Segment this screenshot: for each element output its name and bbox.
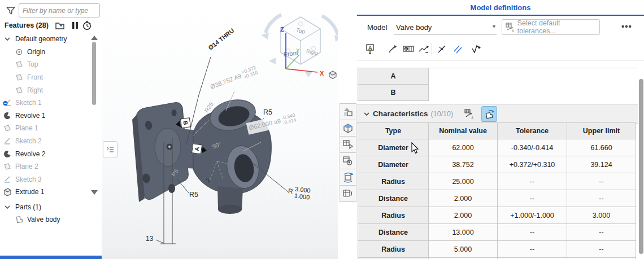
bent-leader-icon bbox=[417, 43, 430, 55]
tree-scrollbar-thumb[interactable] bbox=[92, 42, 96, 105]
scroll-up-icon[interactable] bbox=[90, 35, 98, 41]
plane-icon bbox=[3, 162, 12, 171]
characteristics-table: Type Nominal value Tolerance Upper limit… bbox=[358, 122, 636, 259]
dim-radius3-label[interactable]: R3.0001.000 bbox=[288, 185, 311, 201]
table-row[interactable]: Diameter 38.752 +0.372/+0.310 39.124 bbox=[358, 156, 636, 173]
tree-item-right-plane[interactable]: Right bbox=[0, 84, 92, 96]
table-row[interactable]: Radius 2.000 +1.000/-1.000 3.000 bbox=[358, 207, 636, 224]
chevron-down-icon[interactable] bbox=[363, 110, 371, 118]
more-options-button[interactable]: ••• bbox=[621, 21, 632, 31]
table-row[interactable]: Diameter 62.000 -0.340/-0.414 61.660 bbox=[358, 139, 636, 156]
annotation-toolbar: A bbox=[357, 38, 644, 60]
dim-radius5-bottom-label[interactable]: R5 bbox=[189, 191, 198, 199]
tree-item-extrude1[interactable]: Extrude 1 bbox=[0, 186, 92, 199]
pause-rollback-icon[interactable] bbox=[70, 20, 80, 30]
tree-section-parts[interactable]: Parts (1) bbox=[0, 201, 99, 214]
dim-distance13-label[interactable]: 13 bbox=[146, 235, 153, 243]
tree-item-revolve2[interactable]: Revolve 2 bbox=[0, 147, 92, 160]
model-dropdown[interactable]: Valve body ▾ bbox=[394, 20, 497, 34]
table-row[interactable]: Distance 2.000 -- -- bbox=[358, 190, 636, 207]
add-folder-icon[interactable] bbox=[55, 20, 65, 30]
bent-leader-button[interactable] bbox=[416, 42, 431, 56]
tree-item-top-plane[interactable]: Top bbox=[0, 58, 92, 71]
view-options-button[interactable]: ▾ bbox=[328, 69, 338, 81]
plane-icon bbox=[15, 73, 24, 82]
display-states-button[interactable] bbox=[340, 103, 356, 120]
table-row[interactable]: Radius 5.000 -- -- bbox=[358, 241, 636, 258]
col-header-tolerance: Tolerance bbox=[498, 123, 567, 139]
model-table-icon bbox=[342, 139, 354, 150]
intersection-tool-button[interactable] bbox=[435, 42, 450, 56]
tree-item-plane1[interactable]: Plane 1 bbox=[0, 122, 92, 135]
tree-item-revolve1[interactable]: Revolve 1 bbox=[0, 109, 92, 122]
tree-item-origin[interactable]: Origin bbox=[0, 46, 92, 59]
shortcut-toolbars-button[interactable] bbox=[340, 185, 356, 202]
chevron-down-icon bbox=[3, 34, 12, 43]
tree-item-sketch3[interactable]: Sketch 3 bbox=[0, 173, 92, 186]
section-views-icon bbox=[342, 155, 354, 166]
parallel-lines-icon bbox=[452, 43, 463, 55]
surface-finish-button[interactable] bbox=[469, 42, 484, 56]
dim-radius5-top-label[interactable]: R5 bbox=[263, 108, 272, 116]
svg-text:A: A bbox=[368, 45, 372, 51]
rotate-down-arrow-icon bbox=[305, 72, 312, 77]
show-on-model-button[interactable] bbox=[481, 106, 497, 122]
tree-item-plane2[interactable]: Plane 2 bbox=[0, 160, 92, 173]
extrude-icon bbox=[3, 187, 12, 196]
callout-tool-button[interactable] bbox=[385, 42, 400, 56]
tab-model-definitions[interactable]: Model definitions bbox=[357, 0, 644, 16]
geometric-tolerance-button[interactable] bbox=[401, 42, 416, 56]
model-table-button[interactable] bbox=[340, 136, 356, 153]
plane-icon bbox=[15, 60, 24, 69]
named-views-button[interactable] bbox=[340, 120, 356, 137]
valve-body-model[interactable] bbox=[132, 95, 271, 214]
datum-tool-button[interactable]: A bbox=[363, 42, 377, 56]
graphics-viewport[interactable]: Top Front Right Z X Y Ø14 THRU Ø38.752 A… bbox=[102, 0, 338, 259]
sync-view-button[interactable] bbox=[340, 169, 356, 186]
section-views-button[interactable] bbox=[340, 152, 356, 169]
timer-icon[interactable] bbox=[82, 20, 92, 30]
list-icon bbox=[106, 145, 115, 154]
tree-item-sketch2[interactable]: Sketch 2 bbox=[0, 135, 92, 148]
add-dimension-table-button[interactable]: ± bbox=[462, 107, 477, 121]
view-cube[interactable]: Top Front Right bbox=[261, 15, 338, 77]
named-views-icon bbox=[342, 122, 354, 134]
table-row[interactable]: Radius 25.000 -- -- bbox=[358, 173, 636, 190]
model-label: Model bbox=[367, 23, 387, 32]
datum-a-flag[interactable]: A bbox=[192, 143, 208, 155]
scroll-down-icon[interactable] bbox=[90, 190, 98, 195]
dimension-table-icon: ± bbox=[464, 108, 475, 120]
default-tolerances-field[interactable]: ± Select default tolerances... bbox=[502, 19, 600, 35]
filter-input[interactable] bbox=[19, 3, 100, 17]
tolerance-table-icon: ± bbox=[505, 22, 515, 32]
feature-tree: Default geometry Origin Top Front bbox=[0, 33, 92, 199]
shortcut-toolbars-icon bbox=[342, 188, 354, 199]
model-definitions-panel: Model definitions Model Valve body ▾ ± S… bbox=[357, 0, 644, 259]
surface-finish-icon bbox=[470, 43, 482, 55]
rotate-left-arrow-icon bbox=[269, 58, 276, 64]
toolbar-separator bbox=[432, 43, 432, 55]
datum-row-b[interactable]: B bbox=[358, 84, 429, 101]
axis-x-label: X bbox=[320, 70, 324, 77]
features-header-label: Features (28) bbox=[5, 21, 49, 29]
table-row[interactable]: Distance 13.000 -- -- bbox=[358, 224, 636, 241]
col-header-nominal: Nominal value bbox=[429, 123, 498, 139]
revolve-icon bbox=[3, 111, 12, 120]
panel-icon-strip bbox=[338, 0, 358, 259]
cube-icon bbox=[328, 70, 338, 80]
feature-list-toggle-button[interactable] bbox=[103, 141, 118, 157]
datum-row-a[interactable]: A bbox=[358, 68, 429, 85]
parallel-tool-button[interactable] bbox=[450, 42, 465, 56]
sketch-icon bbox=[3, 98, 12, 107]
tree-section-default-geometry[interactable]: Default geometry bbox=[0, 33, 92, 46]
filter-icon[interactable] bbox=[5, 5, 16, 16]
panel-scrollbar-thumb[interactable] bbox=[639, 79, 643, 254]
col-header-upper: Upper limit bbox=[567, 123, 636, 139]
tree-item-sketch1[interactable]: Sketch 1 bbox=[0, 96, 92, 109]
table-header-row: Type Nominal value Tolerance Upper limit bbox=[358, 123, 636, 139]
chevron-down-icon: ▾ bbox=[493, 23, 495, 29]
feature-control-frame-icon bbox=[402, 43, 415, 55]
origin-icon bbox=[15, 47, 24, 56]
tree-item-front-plane[interactable]: Front bbox=[0, 71, 92, 84]
tree-item-valve-body-part[interactable]: Valve body bbox=[0, 213, 111, 226]
